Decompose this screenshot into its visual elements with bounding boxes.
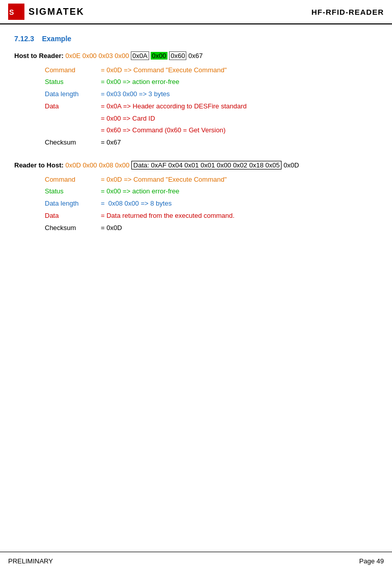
reader-datalength-label: Data length xyxy=(45,198,101,209)
host-status-value: = 0x00 => action error-free xyxy=(101,77,378,88)
header-title: HF-RFID-READER xyxy=(312,8,384,16)
reader-command-label: Command xyxy=(45,175,101,185)
host-data-value1: = 0x0A => Header according to DESFire st… xyxy=(101,101,378,112)
page-header: S SIGMATEK HF-RFID-READER xyxy=(0,0,392,24)
host-checksum-value: = 0x67 xyxy=(101,137,378,148)
footer-right: Page 49 xyxy=(359,557,384,565)
highlight-0x0A: 0x0A xyxy=(131,51,149,60)
reader-checksum-value: = 0x0D xyxy=(101,223,378,234)
host-data-value3: = 0x60 => Command (0x60 = Get Version) xyxy=(101,125,378,136)
reader-detail-table: Command = 0x0D => Command "Execute Comma… xyxy=(45,175,378,234)
reader-trailing: 0x0D xyxy=(284,161,299,169)
host-command-label: Command xyxy=(45,65,101,76)
logo-area: S SIGMATEK xyxy=(8,4,85,20)
reader-data-value: = Data returned from the executed comman… xyxy=(101,211,378,221)
reader-checksum-label: Checksum xyxy=(45,223,101,234)
reader-to-host-line: Reader to Host: 0x0D 0x00 0x08 0x00 Data… xyxy=(14,160,378,170)
reader-data-label: Data xyxy=(45,211,101,221)
host-data-value2: = 0x00 => Card ID xyxy=(101,113,378,124)
host-status-label: Status xyxy=(45,77,101,88)
host-data-label-empty1 xyxy=(45,113,101,124)
reader-status-label: Status xyxy=(45,186,101,197)
host-datalength-value: = 0x03 0x00 => 3 bytes xyxy=(101,89,378,100)
host-trailing: 0x67 xyxy=(188,52,203,60)
host-detail-table: Command = 0x0D => Command "Execute Comma… xyxy=(45,65,378,149)
highlight-0x00-green: 0x00 xyxy=(151,52,167,60)
host-checksum-label: Checksum xyxy=(45,137,101,148)
host-data-label-empty2 xyxy=(45,125,101,136)
page-footer: PRELIMINARY Page 49 xyxy=(0,552,392,570)
svg-text:S: S xyxy=(9,8,14,16)
logo-text: SIGMATEK xyxy=(29,7,85,17)
host-datalength-label: Data length xyxy=(45,89,101,100)
section-heading: 7.12.3 Example xyxy=(14,35,378,43)
sigmatek-logo-icon: S xyxy=(8,4,24,20)
main-content: 7.12.3 Example Host to Reader: 0x0E 0x00… xyxy=(0,24,392,268)
reader-data-highlight: Data: 0xAF 0x04 0x01 0x01 0x00 0x02 0x18… xyxy=(131,161,282,169)
reader-to-host-label: Reader to Host: xyxy=(14,161,64,169)
host-to-reader-label: Host to Reader: xyxy=(14,52,64,60)
highlight-0x60: 0x60 xyxy=(169,51,186,60)
host-command-value: = 0x0D => Command "Execute Command" xyxy=(101,65,378,76)
section-title: Example xyxy=(42,35,72,43)
reader-status-value: = 0x00 => action error-free xyxy=(101,186,378,197)
section-number: 7.12.3 xyxy=(14,35,34,43)
footer-left: PRELIMINARY xyxy=(8,557,53,565)
reader-hex-seq: 0x0D 0x00 0x08 0x00 xyxy=(65,161,131,169)
reader-datalength-value: = 0x08 0x00 => 8 bytes xyxy=(101,198,378,209)
host-data-label: Data xyxy=(45,101,101,112)
host-hex-seq: 0x0E 0x00 0x03 0x00 xyxy=(65,52,131,60)
reader-command-value: = 0x0D => Command "Execute Command" xyxy=(101,175,378,185)
host-to-reader-line: Host to Reader: 0x0E 0x00 0x03 0x00 0x0A… xyxy=(14,51,378,61)
